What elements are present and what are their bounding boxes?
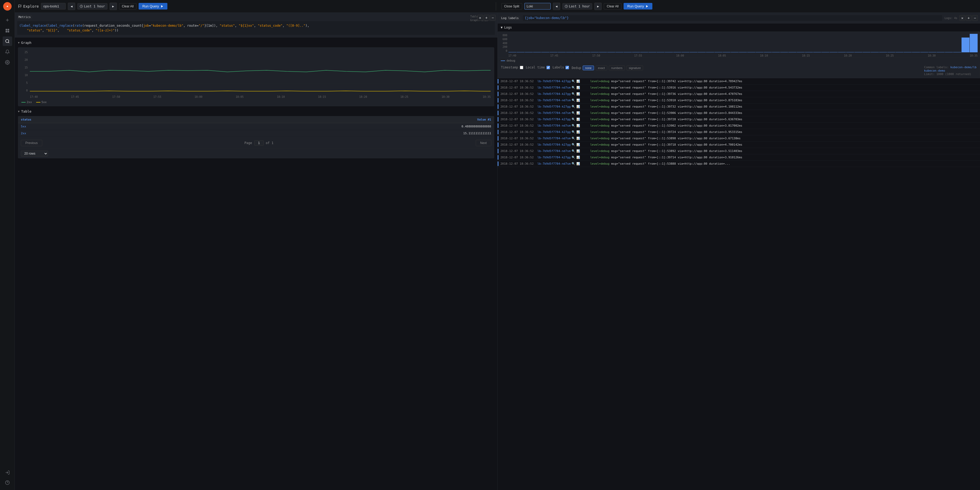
grafana-logo[interactable]	[3, 2, 12, 11]
timestamp-checkbox[interactable]	[520, 66, 523, 69]
log-label-input[interactable]: {job="kubecon-demo/lb"}	[522, 15, 942, 21]
log-entry-timestamp: 2018-12-07 18:36:52	[501, 142, 538, 147]
search-icon[interactable]: 🔍	[571, 137, 575, 140]
dedup-exact-btn[interactable]: exact	[596, 65, 607, 70]
search-icon[interactable]: 🔍	[571, 92, 575, 96]
left-run-query-btn[interactable]: Run Query	[138, 3, 167, 10]
log-entry-bar	[498, 111, 498, 115]
search-icon[interactable]: 🔍	[571, 143, 575, 147]
right-time-range-btn[interactable]: Last 1 hour	[562, 3, 592, 10]
graph-section-header[interactable]: ▼ Graph	[18, 41, 494, 45]
table-chevron-icon: ▼	[18, 110, 19, 113]
rows-select-container: 20 rows 50 rows 100 rows	[18, 149, 494, 158]
search-icon[interactable]: 🔍	[571, 105, 575, 109]
sidebar-item-settings[interactable]	[3, 57, 12, 67]
log-entry-msg: level=debug msg="served request" from=[:…	[590, 123, 980, 128]
graph-legend: 2xx 5xx	[21, 101, 491, 104]
right-query-editor: Log labels {job="kubecon-demo/lb"} Logs:…	[498, 13, 980, 24]
sidebar-item-help[interactable]	[3, 478, 12, 487]
chart-icon[interactable]: 📊	[576, 105, 580, 109]
dedup-none-btn[interactable]: none	[583, 65, 594, 70]
table-section-header[interactable]: ▼ Table	[18, 109, 494, 113]
chart-icon[interactable]: 📊	[576, 118, 580, 121]
chart-icon[interactable]: 📊	[576, 149, 580, 153]
status-2xx-link[interactable]: 2xx	[21, 132, 26, 135]
log-entry-label: lb-7b9d5f7784-nd7sm 🔍 📊	[538, 85, 590, 90]
chart-icon[interactable]: 📊	[576, 111, 580, 115]
explore-title: Explore	[18, 4, 39, 8]
graph-plot	[30, 51, 491, 92]
log-entry: 2018-12-07 18:36:52 lb-7b9d5f7784-k27gg …	[498, 104, 980, 110]
dedup-numbers-btn[interactable]: numbers	[609, 65, 625, 70]
search-icon[interactable]: 🔍	[571, 156, 575, 159]
chart-icon[interactable]: 📊	[576, 137, 580, 140]
prev-page-btn: Previous	[21, 140, 42, 146]
search-icon[interactable]: 🔍	[571, 130, 575, 134]
left-query-remove-btn[interactable]: −	[490, 15, 496, 21]
left-code-editor[interactable]: (label_replace(label_replace(rate(reques…	[17, 21, 495, 35]
sidebar-item-explore[interactable]	[3, 37, 12, 46]
svg-point-5	[6, 39, 9, 43]
rows-per-page-select[interactable]: 20 rows 50 rows 100 rows	[21, 151, 48, 156]
right-query-close-btn[interactable]: ✕	[959, 15, 965, 21]
chart-icon[interactable]: 📊	[576, 86, 580, 89]
close-split-btn[interactable]: Close Split	[501, 3, 522, 10]
chart-icon[interactable]: 📊	[576, 92, 580, 96]
right-query-remove-btn[interactable]: −	[972, 15, 978, 21]
search-icon[interactable]: 🔍	[571, 99, 575, 102]
log-entry-label: lb-7b9d5f7784-k27gg 🔍 📊	[538, 142, 590, 147]
page-input[interactable]	[254, 140, 264, 145]
status-5xx-link[interactable]: 5xx	[21, 125, 26, 128]
right-time-prev-btn[interactable]: ◀	[553, 3, 560, 10]
sidebar	[0, 0, 15, 490]
chart-icon[interactable]: 📊	[576, 162, 580, 166]
left-metrics-tab[interactable]: Metrics	[17, 15, 32, 19]
search-icon[interactable]: 🔍	[571, 80, 575, 83]
left-query-add-btn[interactable]: +	[484, 15, 490, 21]
svg-rect-2	[7, 29, 9, 30]
labels-checkbox[interactable]	[565, 66, 569, 69]
search-icon[interactable]: 🔍	[571, 86, 575, 89]
sidebar-item-alerting[interactable]	[3, 47, 12, 57]
left-time-range-btn[interactable]: Last 1 hour	[77, 3, 107, 10]
chart-icon[interactable]: 📊	[576, 156, 580, 159]
search-icon[interactable]: 🔍	[571, 149, 575, 153]
local-time-label: Local time	[526, 65, 545, 69]
search-icon[interactable]: 🔍	[571, 162, 575, 166]
right-clear-all-btn[interactable]: Clear All	[604, 3, 622, 10]
right-run-query-btn[interactable]: Run Query	[624, 3, 652, 10]
left-time-range-label: Last 1 hour	[84, 5, 105, 8]
right-time-next-btn[interactable]: ▶	[594, 3, 602, 10]
legend-item-5xx[interactable]: 5xx	[36, 101, 47, 104]
chart-icon[interactable]: 📊	[576, 124, 580, 128]
local-time-checkbox[interactable]	[547, 66, 550, 69]
chart-icon[interactable]: 📊	[576, 143, 580, 147]
right-datasource-select[interactable]: Loki	[524, 3, 551, 10]
search-icon[interactable]: 🔍	[571, 111, 575, 115]
left-datasource-select[interactable]: ops-tools1	[41, 3, 66, 10]
right-query-add-btn[interactable]: +	[966, 15, 972, 21]
sidebar-item-dashboard[interactable]	[3, 26, 12, 35]
legend-item-2xx[interactable]: 2xx	[21, 101, 32, 104]
log-entry-msg: level=debug msg="served request" from=[:…	[590, 149, 980, 153]
dedup-signature-btn[interactable]: signature	[627, 65, 643, 70]
col-value[interactable]: Value #1	[166, 116, 494, 123]
log-entry-msg: level=debug msg="served request" from=[:…	[590, 155, 980, 160]
left-query-close-btn[interactable]: ✕	[477, 15, 483, 21]
left-time-prev-btn[interactable]: ◀	[68, 3, 75, 10]
log-labels-tab[interactable]: Log labels	[500, 16, 520, 20]
sidebar-item-add[interactable]	[3, 15, 12, 25]
log-entry-timestamp: 2018-12-07 18:36:52	[501, 123, 538, 128]
hist-bar	[970, 34, 978, 52]
left-time-next-btn[interactable]: ▶	[110, 3, 117, 10]
left-clear-all-btn[interactable]: Clear All	[119, 3, 137, 10]
hist-plot	[509, 34, 978, 52]
chart-icon[interactable]: 📊	[576, 80, 580, 83]
col-status[interactable]: status	[18, 116, 166, 123]
graph-x-axis: 17:40 17:45 17:50 17:55 18:00 18:05 18:1…	[30, 92, 491, 98]
search-icon[interactable]: 🔍	[571, 118, 575, 121]
sidebar-item-signin[interactable]	[3, 468, 12, 477]
chart-icon[interactable]: 📊	[576, 99, 580, 102]
search-icon[interactable]: 🔍	[571, 124, 575, 128]
chart-icon[interactable]: 📊	[576, 130, 580, 134]
